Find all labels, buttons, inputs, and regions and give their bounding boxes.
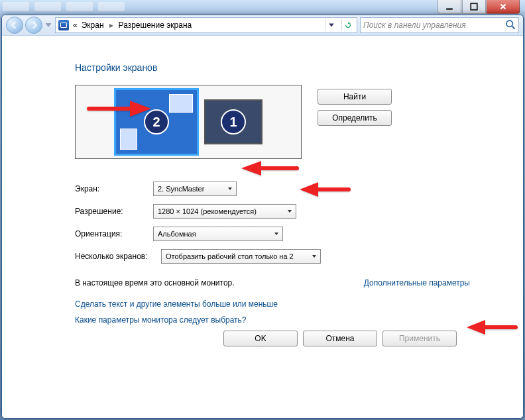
close-button[interactable]: [487, 0, 520, 14]
multi-display-dropdown[interactable]: Отобразить рабочий стол только на 2: [161, 249, 321, 264]
history-dropdown-icon[interactable]: [44, 17, 52, 34]
refresh-icon[interactable]: [341, 19, 354, 31]
primary-monitor-note: В настоящее время это основной монитор.: [75, 278, 235, 288]
identify-button[interactable]: Определить: [318, 110, 392, 126]
minimize-button[interactable]: [438, 0, 461, 14]
settings-form: Экран: 2. SyncMaster Разрешение: 1280 × …: [75, 182, 470, 264]
search-input[interactable]: Поиск в панели управления: [360, 17, 519, 33]
address-dropdown-icon[interactable]: [325, 19, 337, 31]
display-label: Экран:: [75, 184, 153, 193]
chevron-down-icon: [285, 206, 294, 217]
back-button[interactable]: [6, 17, 23, 34]
svg-rect-1: [471, 3, 477, 10]
dialog-buttons: OK Отмена Применить: [223, 331, 457, 346]
chevron-down-icon: [272, 229, 281, 239]
svg-line-3: [512, 26, 515, 28]
display-dropdown[interactable]: 2. SyncMaster: [153, 182, 237, 196]
breadcrumb-item-display[interactable]: Экран: [82, 21, 104, 30]
monitor-preview[interactable]: 2 1: [75, 85, 302, 159]
control-panel-icon: [58, 20, 69, 30]
monitor-number: 2: [144, 109, 169, 134]
page-title: Настройки экранов: [75, 62, 470, 73]
apply-button[interactable]: Применить: [382, 331, 457, 346]
which-settings-link[interactable]: Какие параметры монитора следует выбрать…: [75, 315, 470, 325]
text-size-link[interactable]: Сделать текст и другие элементы больше и…: [75, 299, 470, 309]
breadcrumb-item-resolution[interactable]: Разрешение экрана: [119, 21, 192, 30]
window-thumbnail-icon: [169, 94, 193, 113]
cancel-button[interactable]: Отмена: [303, 331, 377, 346]
monitor-2[interactable]: 2: [114, 88, 199, 156]
orientation-dropdown[interactable]: Альбомная: [153, 227, 283, 241]
advanced-settings-link[interactable]: Дополнительные параметры: [364, 278, 470, 288]
svg-rect-0: [446, 8, 453, 9]
chevron-down-icon: [225, 184, 235, 194]
ok-button[interactable]: OK: [223, 331, 298, 346]
svg-point-2: [506, 21, 512, 26]
maximize-button[interactable]: [462, 0, 486, 14]
window-controls: [437, 0, 520, 15]
breadcrumb-prefix: «: [73, 21, 78, 30]
address-bar: « Экран ▸ Разрешение экрана Поиск в пане…: [2, 15, 523, 36]
monitor-number: 1: [221, 109, 246, 134]
monitor-1[interactable]: 1: [204, 99, 262, 144]
find-button[interactable]: Найти: [318, 89, 392, 105]
resolution-label: Разрешение:: [75, 207, 153, 216]
control-panel-window: « Экран ▸ Разрешение экрана Поиск в пане…: [1, 15, 524, 419]
search-placeholder: Поиск в панели управления: [363, 21, 505, 30]
chevron-right-icon: ▸: [108, 21, 115, 30]
chevron-down-icon: [310, 251, 319, 262]
content-area: Настройки экранов 2 1 Найти: [2, 36, 523, 418]
resolution-dropdown[interactable]: 1280 × 1024 (рекомендуется): [153, 204, 296, 219]
window-thumbnail-icon: [120, 129, 137, 150]
breadcrumb-box[interactable]: « Экран ▸ Разрешение экрана: [55, 17, 357, 33]
orientation-label: Ориентация:: [75, 229, 153, 238]
search-icon[interactable]: [505, 19, 516, 32]
forward-button[interactable]: [25, 17, 42, 34]
multi-label: Несколько экранов:: [75, 252, 161, 261]
